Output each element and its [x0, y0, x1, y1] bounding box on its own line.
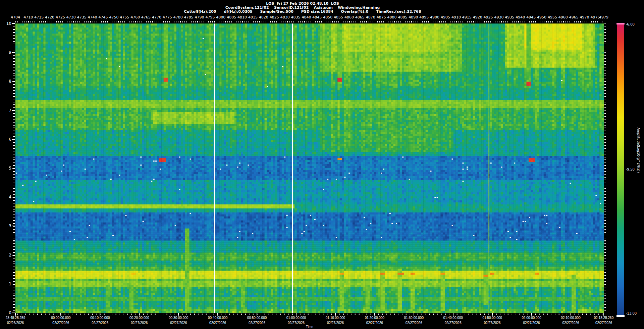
record-axis-label: 4960 — [558, 15, 568, 19]
record-axis-label: 4930 — [494, 15, 503, 19]
record-axis-label: 4780 — [173, 15, 183, 19]
time-label: 00:30:00.000 — [169, 316, 188, 320]
time-major-tick — [217, 313, 218, 316]
record-axis-label: 4865 — [355, 15, 365, 19]
record-axis-label: 4940 — [516, 15, 525, 19]
frequency-axis-label: 7 — [1, 108, 11, 113]
record-axis-label: 4830 — [280, 15, 290, 19]
time-label: 00:50:00.000 — [247, 316, 267, 320]
time-label: 23:48:25.259 — [6, 316, 25, 320]
time-major-tick — [139, 313, 140, 316]
date-label: 02/27/2026 — [209, 321, 226, 325]
time-major-tick — [531, 313, 532, 316]
record-axis-label: 4735 — [77, 15, 87, 19]
date-label: 02/27/2026 — [288, 321, 305, 325]
time-axis-title: Time — [306, 325, 313, 329]
frequency-axis-label: 6 — [1, 137, 11, 142]
record-axis-label: 4890 — [409, 15, 418, 19]
frequency-axis-label: 9 — [1, 50, 11, 55]
record-axis-label: 4820 — [259, 15, 268, 19]
time-label: 02:00:00.000 — [522, 316, 541, 320]
record-axis-label: 4755 — [120, 15, 129, 19]
record-axis-label: 4895 — [419, 15, 429, 19]
record-axis-label: 4965 — [569, 15, 579, 19]
time-major-tick — [15, 313, 16, 316]
record-axis-label: 4720 — [45, 15, 54, 19]
date-label: 02/27/2026 — [92, 321, 108, 325]
record-axis-label: 4745 — [99, 15, 108, 19]
date-label: 02/27/2026 — [52, 321, 69, 325]
time-major-tick — [100, 313, 100, 316]
time-major-tick — [335, 313, 336, 316]
time-major-tick — [453, 313, 453, 316]
time-label: 00:10:00.000 — [90, 316, 110, 320]
frequency-axis-label: 1 — [1, 282, 11, 286]
record-axis-label: 4840 — [302, 15, 311, 19]
spectrogram-viewer: LOS Fri 27 Feb 2026 02:48:10 LOS CoordSy… — [0, 0, 644, 329]
record-axis-label: 4979 — [599, 15, 608, 19]
date-label: 02/27/2026 — [406, 321, 422, 325]
time-label: 02:18:25.260 — [594, 316, 613, 320]
colorbar-max-label: -6.00 — [626, 22, 635, 26]
frequency-axis-label: 0 — [1, 311, 11, 315]
date-label: 02/27/2026 — [327, 321, 344, 325]
record-axis-label: 4750 — [109, 15, 118, 19]
record-axis-label: 4860 — [344, 15, 354, 19]
frequency-axis-label: 8 — [1, 79, 11, 84]
record-axis-label: 4704 — [11, 15, 20, 19]
record-axis-label: 4945 — [526, 15, 536, 19]
processing-info-line: Cuttoff(Hz):200 df(Hz):0.0305 Sample/Sec… — [184, 9, 421, 14]
time-label: 01:00:00.000 — [286, 316, 306, 320]
record-axis-label: 4955 — [548, 15, 557, 19]
record-axis-label: 4760 — [130, 15, 140, 19]
record-axis-label: 4885 — [398, 15, 407, 19]
colorbar — [617, 24, 624, 316]
date-label: 02/27/2026 — [170, 321, 187, 325]
frequency-axis-label: 5 — [1, 166, 11, 171]
record-axis-label: 4715 — [34, 15, 44, 19]
frequency-axis-label: 4 — [1, 195, 11, 199]
time-label: 01:40:00.000 — [443, 316, 463, 320]
frequency-axis-label: 2 — [1, 253, 11, 257]
time-major-tick — [257, 313, 257, 316]
record-axis-label: 4800 — [216, 15, 225, 19]
time-major-tick — [296, 313, 297, 316]
record-axis-label: 4880 — [387, 15, 397, 19]
time-label: 02:10:00.000 — [561, 316, 580, 320]
record-axis-label: 4740 — [88, 15, 97, 19]
top-tick-marks — [15, 21, 604, 22]
record-axis-label: 4935 — [505, 15, 514, 19]
record-axis-label: 4815 — [248, 15, 258, 19]
time-label: 00:00:00.000 — [51, 316, 70, 320]
record-axis-label: 4970 — [580, 15, 589, 19]
record-axis-label: 4775 — [163, 15, 172, 19]
record-axis-label: 4855 — [334, 15, 343, 19]
record-axis-label: 4925 — [484, 15, 493, 19]
date-label: 02/27/2026 — [249, 321, 265, 325]
record-axis-label: 4810 — [237, 15, 247, 19]
date-label: 02/27/2026 — [562, 321, 579, 325]
time-label: 01:10:00.000 — [326, 316, 345, 320]
date-label: 02/27/2026 — [484, 321, 501, 325]
date-label: 02/27/2026 — [445, 321, 462, 325]
time-label: 01:20:00.000 — [365, 316, 384, 320]
colorbar-bottom-cap — [616, 315, 625, 317]
time-major-tick — [571, 313, 571, 316]
colorbar-top-cap — [616, 23, 625, 25]
colorbar-gradient — [617, 24, 624, 316]
date-label: 02/27/2026 — [523, 321, 540, 325]
record-axis-label: 4975 — [590, 15, 600, 19]
record-axis-label: 4730 — [66, 15, 76, 19]
date-label: 02/27/2026 — [366, 321, 383, 325]
record-axis-label: 4900 — [430, 15, 439, 19]
record-axis-label: 4765 — [141, 15, 151, 19]
time-major-tick — [60, 313, 61, 316]
spectrogram-plot[interactable] — [15, 23, 604, 313]
time-major-tick — [603, 313, 604, 316]
time-label: 00:40:00.000 — [208, 316, 227, 320]
record-axis-label: 4710 — [23, 15, 33, 19]
amplitude-axis-label: Amplitude(Log10(g^2/Hz)) — [637, 128, 640, 173]
date-label: 02/27/2026 — [595, 321, 612, 325]
record-axis-label: 4825 — [270, 15, 279, 19]
record-axis-label: 4795 — [205, 15, 215, 19]
